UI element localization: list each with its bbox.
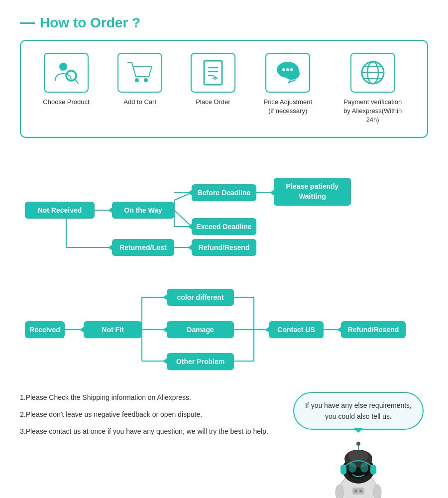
step-payment-verification: Payment verificationby Aliexpress(Within… — [340, 53, 405, 125]
svg-line-22 — [174, 193, 192, 200]
svg-point-12 — [286, 68, 289, 71]
node-before-deadline: Before Deadline — [192, 184, 256, 201]
speech-bubble: If you have any else requirements,you co… — [293, 392, 424, 430]
note-1: 1.Please Check the Shipping information … — [20, 392, 279, 403]
svg-marker-31 — [270, 190, 274, 195]
notes-area: 1.Please Check the Shipping information … — [20, 392, 279, 443]
node-refund-resend-2: Refund/Resend — [341, 321, 406, 338]
node-contact-us: Contact US — [269, 321, 324, 338]
note-3: 3.Please contact us at once if you have … — [20, 426, 279, 437]
node-not-fit: Not Fit — [84, 321, 142, 338]
svg-point-60 — [356, 442, 360, 446]
title-plain: How to — [40, 15, 90, 30]
step-add-to-cart: Add to Cart — [117, 53, 162, 107]
robot-area: If you have any else requirements,you co… — [289, 392, 428, 498]
payment-verification-icon-box — [350, 53, 395, 93]
svg-point-11 — [282, 68, 285, 71]
svg-rect-69 — [352, 488, 364, 495]
svg-point-64 — [360, 463, 368, 473]
add-to-cart-icon-box — [117, 53, 162, 93]
choose-product-icon-box — [44, 53, 89, 93]
search-person-icon — [52, 59, 80, 87]
svg-point-70 — [354, 490, 357, 493]
svg-marker-32 — [188, 190, 192, 195]
payment-verification-label: Payment verificationby Aliexpress(Within… — [340, 98, 405, 125]
flow-area-2: Received Not Fit color different Damage … — [10, 277, 438, 382]
node-on-the-way: On the Way — [112, 202, 174, 219]
section-title: How to Order ? — [20, 15, 428, 31]
node-returned-lost: Returned/Lost — [112, 239, 174, 256]
place-order-icon-box — [191, 53, 235, 93]
price-adjustment-label: Price Adjustment(if necessary) — [263, 98, 312, 116]
svg-point-63 — [348, 463, 356, 473]
svg-point-71 — [359, 490, 362, 493]
svg-point-4 — [144, 78, 148, 82]
place-order-label: Place Order — [196, 98, 230, 107]
note-2: 2.Please don't leave us negative feedbac… — [20, 409, 279, 420]
received-flowchart-section: Received Not Fit color different Damage … — [0, 277, 448, 387]
cart-icon — [126, 59, 154, 87]
bottom-section: 1.Please Check the Shipping information … — [0, 387, 448, 498]
price-adjustment-icon-box — [265, 53, 310, 93]
svg-marker-53 — [337, 327, 341, 332]
svg-marker-51 — [265, 327, 269, 332]
svg-marker-36 — [80, 327, 84, 332]
svg-marker-29 — [109, 208, 112, 213]
svg-marker-33 — [188, 224, 192, 229]
robot-icon — [324, 439, 393, 498]
node-received: Received — [25, 321, 65, 338]
svg-point-66 — [373, 485, 381, 498]
document-upload-icon — [199, 59, 227, 87]
svg-marker-30 — [109, 245, 112, 250]
how-to-order-section: How to Order ? Choose Product — [0, 0, 448, 148]
node-please-wait: Please patientlyWaitting — [274, 178, 351, 206]
svg-point-13 — [290, 68, 293, 71]
svg-point-3 — [135, 78, 139, 82]
node-refund-resend-1: Refund/Resend — [192, 239, 256, 256]
node-color-different: color different — [167, 289, 234, 306]
svg-marker-34 — [188, 245, 192, 250]
svg-line-2 — [75, 79, 78, 83]
chat-bubble-icon — [274, 59, 302, 87]
svg-marker-44 — [163, 359, 167, 364]
not-received-flowchart-section: Not Received On the Way Before Deadline … — [0, 148, 448, 272]
flow-area-1: Not Received On the Way Before Deadline … — [10, 153, 438, 267]
node-damage: Damage — [167, 321, 234, 338]
page-title: How to Order ? — [40, 15, 140, 31]
globe-icon — [359, 59, 387, 87]
order-steps-box: Choose Product Add to Cart — [20, 40, 428, 138]
node-other-problem: Other Problem — [167, 353, 234, 370]
title-decoration — [20, 22, 35, 24]
choose-product-label: Choose Product — [43, 98, 89, 107]
svg-point-65 — [336, 485, 343, 498]
node-not-received: Not Received — [25, 202, 95, 219]
svg-marker-39 — [163, 295, 167, 300]
add-to-cart-label: Add to Cart — [123, 98, 156, 107]
step-price-adjustment: Price Adjustment(if necessary) — [263, 53, 312, 116]
step-choose-product: Choose Product — [43, 53, 89, 107]
svg-point-0 — [59, 63, 67, 71]
step-place-order: Place Order — [191, 53, 235, 107]
title-colored: Order ? — [90, 15, 140, 30]
node-exceed-deadline: Exceed Deadline — [192, 218, 256, 235]
svg-rect-5 — [204, 61, 222, 85]
svg-line-23 — [174, 210, 192, 227]
svg-marker-41 — [163, 327, 167, 332]
